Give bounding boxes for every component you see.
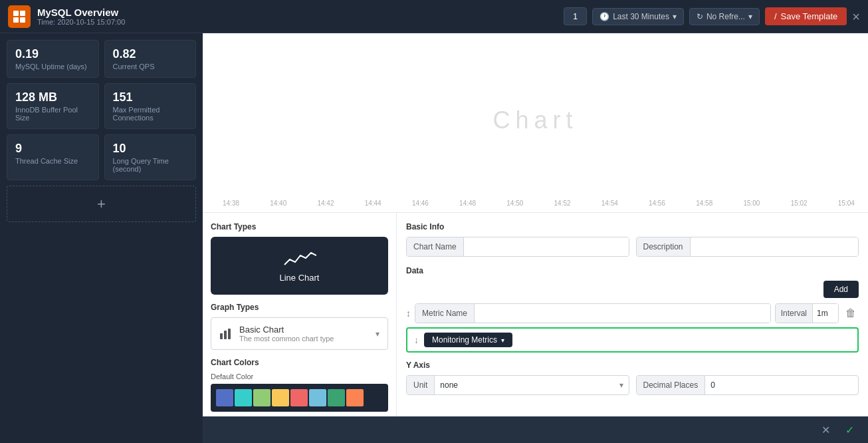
chart-colors-label: Chart Colors	[211, 358, 388, 367]
xaxis-label-3: 14:44	[365, 200, 381, 207]
interval-label: Interval	[776, 304, 813, 323]
delete-metric-button[interactable]: 🗑	[843, 307, 859, 319]
chart-name-label: Chart Name	[407, 237, 464, 256]
add-data-button[interactable]: Add	[823, 281, 859, 298]
swatch-2	[253, 389, 271, 406]
decimal-input[interactable]	[705, 376, 738, 394]
default-color-swatches	[211, 384, 388, 412]
decimal-field: Decimal Places	[636, 375, 859, 395]
chart-name-input[interactable]	[464, 237, 629, 256]
metric-input-row: ↕ Metric Name Interval 🗑	[406, 303, 859, 323]
line-chart-card[interactable]: Line Chart	[211, 237, 388, 295]
confirm-button[interactable]: ✓	[840, 421, 859, 440]
metric-value-buffer: 128 MB	[15, 90, 90, 104]
svg-rect-4	[220, 333, 223, 339]
graph-type-name: Basic Chart	[239, 325, 334, 335]
svg-rect-0	[13, 11, 19, 16]
line-chart-icon	[283, 249, 316, 269]
interval-input[interactable]	[813, 304, 838, 323]
save-template-button[interactable]: / Save Template	[765, 7, 847, 25]
swatch-7	[346, 389, 364, 406]
metric-label-qps: Current QPS	[113, 63, 188, 71]
unit-chevron-icon: ▾	[619, 380, 623, 390]
swatch-3	[272, 389, 289, 406]
xaxis-label-2: 14:42	[317, 200, 334, 207]
close-button[interactable]: ×	[852, 10, 860, 23]
bar-chart-icon	[219, 328, 233, 340]
metric-value-query: 10	[113, 142, 188, 156]
metric-card-thread[interactable]: 9 Thread Cache Size	[7, 134, 99, 180]
metric-value-uptime: 0.19	[15, 47, 90, 61]
yaxis-label: Y Axis	[406, 361, 859, 370]
decimal-label: Decimal Places	[637, 376, 706, 394]
metric-row-1: 0.19 MySQL Uptime (days) 0.82 Current QP…	[7, 40, 196, 78]
refresh-btn[interactable]: ↻ No Refre... ▾	[689, 8, 760, 25]
app-title: MySQL Overview	[37, 7, 564, 18]
swatch-1	[235, 389, 252, 406]
xaxis-label-9: 14:56	[649, 200, 665, 207]
line-chart-label: Line Chart	[280, 273, 320, 283]
swatch-6	[328, 389, 345, 406]
graph-types-label: Graph Types	[211, 303, 388, 312]
metric-card-buffer[interactable]: 128 MB InnoDB Buffer Pool Size	[7, 83, 99, 129]
unit-field: Unit none ▾	[406, 375, 629, 395]
swatch-4	[290, 389, 308, 406]
xaxis-label-7: 14:52	[554, 200, 571, 207]
monitoring-metrics-tag[interactable]: Monitoring Metrics ▾	[424, 333, 512, 347]
xaxis-label-6: 14:50	[506, 200, 523, 207]
metric-card-qps[interactable]: 0.82 Current QPS	[104, 40, 197, 78]
metric-row-3: 9 Thread Cache Size 10 Long Query Time (…	[7, 134, 196, 180]
sort-up-icon[interactable]: ↕	[406, 308, 411, 319]
chart-types-label: Chart Types	[211, 222, 388, 231]
xaxis-label-4: 14:46	[412, 200, 429, 207]
basic-info-label: Basic Info	[406, 222, 859, 231]
metric-name-field: Metric Name	[415, 303, 771, 323]
metric-value-thread: 9	[15, 142, 90, 156]
svg-rect-6	[228, 329, 231, 339]
xaxis-label-11: 15:00	[743, 200, 760, 207]
chart-name-field: Chart Name	[406, 237, 629, 257]
unit-label: Unit	[407, 376, 435, 394]
time-range-btn[interactable]: 🕐 Last 30 Minutes ▾	[592, 8, 684, 25]
graph-type-desc: The most common chart type	[239, 335, 334, 343]
graph-type-select[interactable]: Basic Chart The most common chart type ▾	[211, 317, 388, 350]
metric-value-qps: 0.82	[113, 47, 188, 61]
xaxis-label-10: 14:58	[696, 200, 712, 207]
description-field: Description	[636, 237, 859, 257]
config-panel: Chart Types Line Chart Graph Types	[203, 213, 868, 416]
graph-type-chevron: ▾	[376, 329, 380, 339]
default-color-label: Default Color	[211, 372, 388, 380]
metric-value-connections: 151	[113, 90, 188, 104]
add-metric-card[interactable]: +	[7, 186, 196, 222]
config-left: Chart Types Line Chart Graph Types	[203, 213, 397, 416]
metric-card-uptime[interactable]: 0.19 MySQL Uptime (days)	[7, 40, 99, 78]
chart-colors-section: Chart Colors Default Color Cool Color	[211, 358, 388, 416]
description-input[interactable]	[691, 237, 858, 256]
yaxis-section: Y Axis Unit none ▾ Decimal Places	[406, 361, 859, 395]
xaxis-label-0: 14:38	[223, 200, 239, 207]
xaxis-label-8: 14:54	[601, 200, 618, 207]
metric-row-2: 128 MB InnoDB Buffer Pool Size 151 Max P…	[7, 83, 196, 129]
metric-name-label: Metric Name	[415, 304, 475, 323]
bottom-bar: ✕ ✓	[203, 416, 868, 443]
xaxis-label-5: 14:48	[459, 200, 476, 207]
notification-btn[interactable]: 1	[564, 7, 587, 25]
chart-placeholder-title: Chart	[492, 106, 578, 134]
svg-rect-2	[13, 17, 19, 23]
config-right: Basic Info Chart Name Description	[397, 213, 868, 416]
metric-name-input[interactable]	[475, 304, 770, 323]
app-subtitle: Time: 2020-10-15 15:07:00	[37, 18, 564, 26]
metric-card-connections[interactable]: 151 Max Permitted Connections	[104, 83, 197, 129]
xaxis-label-13: 15:04	[838, 200, 855, 207]
cancel-button[interactable]: ✕	[816, 421, 835, 440]
right-panel: Chart 14:38 14:40 14:42 14:44 14:46 14:4…	[203, 33, 868, 443]
unit-select[interactable]: none ▾	[435, 376, 628, 394]
metric-card-query[interactable]: 10 Long Query Time (second)	[104, 134, 197, 180]
data-label: Data	[406, 266, 859, 275]
metric-label-uptime: MySQL Uptime (days)	[15, 63, 90, 71]
svg-rect-1	[20, 11, 25, 16]
xaxis-label-12: 15:02	[791, 200, 808, 207]
swatch-0	[216, 389, 233, 406]
header-title-group: MySQL Overview Time: 2020-10-15 15:07:00	[37, 7, 564, 26]
description-label: Description	[637, 237, 691, 256]
